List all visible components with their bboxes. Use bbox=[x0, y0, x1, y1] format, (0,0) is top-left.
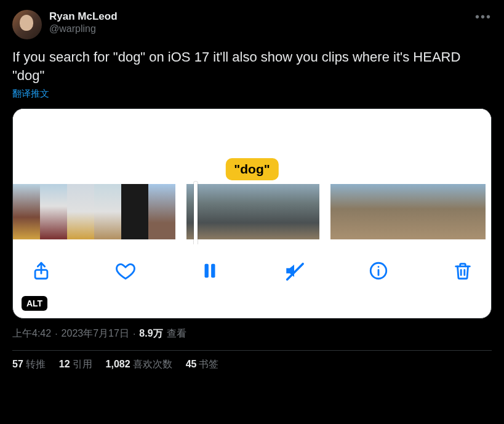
retweets-stat[interactable]: 57转推 bbox=[12, 358, 46, 371]
meta-separator: · bbox=[133, 329, 135, 340]
clip-thumbnail[interactable] bbox=[356, 184, 382, 239]
alt-badge[interactable]: ALT bbox=[22, 296, 47, 311]
clip-thumbnail[interactable] bbox=[330, 184, 356, 239]
media-toolbar bbox=[13, 244, 491, 297]
views-label: 查看 bbox=[167, 327, 186, 340]
info-icon bbox=[368, 260, 389, 281]
user-block[interactable]: Ryan McLeod @warpling bbox=[49, 10, 118, 35]
meta-separator: · bbox=[55, 329, 57, 340]
engagement-stats: 57转推 12引用 1,082喜欢次数 45书签 bbox=[12, 358, 492, 371]
clip-group-active[interactable] bbox=[186, 184, 319, 244]
clip-thumbnail[interactable] bbox=[408, 184, 434, 239]
clip-thumbnail[interactable] bbox=[186, 184, 220, 239]
pause-icon bbox=[199, 260, 220, 281]
share-button[interactable] bbox=[29, 258, 54, 283]
svg-point-6 bbox=[378, 266, 380, 268]
user-handle: @warpling bbox=[49, 23, 118, 35]
user-display-name: Ryan McLeod bbox=[49, 10, 118, 23]
like-button[interactable] bbox=[113, 258, 138, 283]
clip-thumbnail[interactable] bbox=[382, 184, 408, 239]
translate-link[interactable]: 翻译推文 bbox=[12, 88, 49, 100]
trash-icon bbox=[452, 260, 473, 281]
media-card: "dog" bbox=[12, 108, 492, 319]
mute-icon bbox=[284, 260, 305, 281]
mute-button[interactable] bbox=[282, 258, 306, 283]
quotes-stat[interactable]: 12引用 bbox=[59, 358, 92, 371]
clip-thumbnail[interactable] bbox=[460, 184, 486, 239]
info-button[interactable] bbox=[366, 258, 391, 283]
divider bbox=[12, 350, 492, 351]
clip-thumbnail[interactable] bbox=[434, 184, 460, 239]
video-filmstrip[interactable] bbox=[13, 180, 491, 244]
heart-icon bbox=[115, 260, 136, 281]
tweet-header: Ryan McLeod @warpling ••• bbox=[12, 10, 492, 39]
tweet-date[interactable]: 2023年7月17日 bbox=[62, 327, 129, 340]
clip-thumbnail[interactable] bbox=[286, 184, 319, 239]
bookmarks-stat[interactable]: 45书签 bbox=[186, 358, 219, 371]
media-whitespace: "dog" bbox=[13, 109, 491, 180]
more-menu-button[interactable]: ••• bbox=[475, 10, 492, 24]
search-term-badge: "dog" bbox=[225, 158, 278, 180]
tweet-container: Ryan McLeod @warpling ••• If you search … bbox=[0, 0, 504, 376]
clip-thumbnail[interactable] bbox=[40, 184, 67, 239]
trash-button[interactable] bbox=[450, 258, 475, 283]
clip-thumbnail[interactable] bbox=[253, 184, 286, 239]
clip-thumbnail[interactable] bbox=[220, 184, 253, 239]
svg-rect-2 bbox=[211, 264, 215, 278]
tweet-meta: 上午4:42 · 2023年7月17日 · 8.9万 查看 bbox=[12, 327, 492, 340]
clip-thumbnail[interactable] bbox=[94, 184, 121, 239]
clip-thumbnail[interactable] bbox=[13, 184, 40, 239]
clip-group[interactable] bbox=[330, 184, 486, 244]
pause-button[interactable] bbox=[198, 258, 222, 283]
tweet-time[interactable]: 上午4:42 bbox=[12, 327, 51, 340]
clip-thumbnail[interactable] bbox=[67, 184, 94, 239]
tweet-text: If you search for "dog" on iOS 17 it'll … bbox=[12, 48, 492, 84]
avatar[interactable] bbox=[12, 10, 42, 39]
svg-rect-1 bbox=[205, 264, 209, 278]
clip-thumbnail[interactable] bbox=[148, 184, 175, 239]
likes-stat[interactable]: 1,082喜欢次数 bbox=[106, 358, 172, 371]
clip-group[interactable] bbox=[13, 184, 175, 244]
share-icon bbox=[31, 260, 52, 281]
views-count: 8.9万 bbox=[139, 327, 162, 340]
clip-thumbnail[interactable] bbox=[121, 184, 148, 239]
